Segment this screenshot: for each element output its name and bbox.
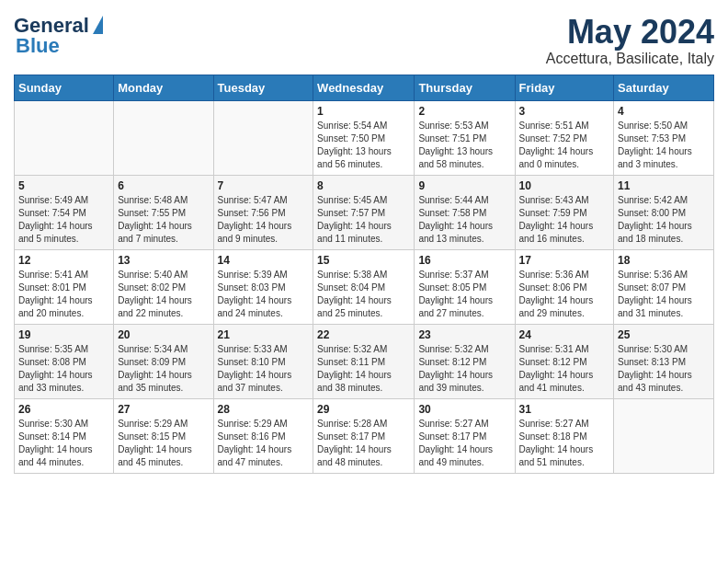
calendar-cell: 19Sunrise: 5:35 AM Sunset: 8:08 PM Dayli… [15,324,114,398]
calendar-cell: 4Sunrise: 5:50 AM Sunset: 7:53 PM Daylig… [614,100,714,175]
day-info: Sunrise: 5:29 AM Sunset: 8:15 PM Dayligh… [118,418,209,469]
calendar-cell: 5Sunrise: 5:49 AM Sunset: 7:54 PM Daylig… [15,175,114,249]
day-info: Sunrise: 5:32 AM Sunset: 8:12 PM Dayligh… [418,343,510,395]
day-number: 13 [118,254,209,267]
day-info: Sunrise: 5:35 AM Sunset: 8:08 PM Dayligh… [18,343,109,395]
week-row-2: 5Sunrise: 5:49 AM Sunset: 7:54 PM Daylig… [15,175,714,249]
day-number: 14 [218,254,310,267]
day-number: 5 [18,179,109,192]
calendar-cell: 18Sunrise: 5:36 AM Sunset: 8:07 PM Dayli… [614,249,714,324]
day-number: 8 [317,179,410,192]
day-number: 16 [418,254,510,267]
day-info: Sunrise: 5:50 AM Sunset: 7:53 PM Dayligh… [618,120,710,171]
calendar-cell [15,100,114,175]
calendar-cell: 13Sunrise: 5:40 AM Sunset: 8:02 PM Dayli… [114,249,213,324]
day-number: 10 [519,179,610,192]
day-number: 20 [118,328,209,341]
day-number: 9 [418,179,510,192]
calendar-cell: 3Sunrise: 5:51 AM Sunset: 7:52 PM Daylig… [515,100,614,175]
day-info: Sunrise: 5:41 AM Sunset: 8:01 PM Dayligh… [18,269,109,320]
calendar-cell: 2Sunrise: 5:53 AM Sunset: 7:51 PM Daylig… [415,100,515,175]
calendar-cell: 28Sunrise: 5:29 AM Sunset: 8:16 PM Dayli… [213,398,313,473]
calendar-cell: 10Sunrise: 5:43 AM Sunset: 7:59 PM Dayli… [515,175,614,249]
calendar-cell [114,100,213,175]
day-number: 4 [618,105,710,118]
calendar-cell [213,100,313,175]
calendar-cell: 23Sunrise: 5:32 AM Sunset: 8:12 PM Dayli… [415,324,515,398]
day-info: Sunrise: 5:36 AM Sunset: 8:06 PM Dayligh… [519,269,610,320]
day-info: Sunrise: 5:54 AM Sunset: 7:50 PM Dayligh… [317,120,410,171]
day-number: 2 [418,105,510,118]
day-number: 27 [118,403,209,416]
day-info: Sunrise: 5:42 AM Sunset: 8:00 PM Dayligh… [618,194,710,246]
calendar-cell: 26Sunrise: 5:30 AM Sunset: 8:14 PM Dayli… [15,398,114,473]
day-number: 19 [18,328,109,341]
weekday-header-tuesday: Tuesday [213,75,313,100]
day-info: Sunrise: 5:49 AM Sunset: 7:54 PM Dayligh… [18,194,109,246]
day-number: 22 [317,328,410,341]
calendar-cell: 24Sunrise: 5:31 AM Sunset: 8:12 PM Dayli… [515,324,614,398]
day-number: 3 [519,105,610,118]
day-info: Sunrise: 5:45 AM Sunset: 7:57 PM Dayligh… [317,194,410,246]
page-header: General Blue May 2024 Accettura, Basilic… [14,14,714,67]
logo-triangle-icon [93,16,103,34]
calendar-cell: 16Sunrise: 5:37 AM Sunset: 8:05 PM Dayli… [415,249,515,324]
day-info: Sunrise: 5:40 AM Sunset: 8:02 PM Dayligh… [118,269,209,320]
day-number: 7 [218,179,310,192]
day-number: 15 [317,254,410,267]
weekday-header-friday: Friday [515,75,614,100]
calendar-cell: 21Sunrise: 5:33 AM Sunset: 8:10 PM Dayli… [213,324,313,398]
day-number: 17 [519,254,610,267]
calendar-cell: 20Sunrise: 5:34 AM Sunset: 8:09 PM Dayli… [114,324,213,398]
day-number: 31 [519,403,610,416]
day-info: Sunrise: 5:30 AM Sunset: 8:13 PM Dayligh… [618,343,710,395]
day-number: 23 [418,328,510,341]
day-info: Sunrise: 5:29 AM Sunset: 8:16 PM Dayligh… [218,418,310,469]
calendar-table: SundayMondayTuesdayWednesdayThursdayFrid… [14,75,714,474]
day-info: Sunrise: 5:27 AM Sunset: 8:17 PM Dayligh… [418,418,510,469]
weekday-header-wednesday: Wednesday [313,75,415,100]
day-info: Sunrise: 5:33 AM Sunset: 8:10 PM Dayligh… [218,343,310,395]
logo: General Blue [14,14,103,58]
calendar-cell: 25Sunrise: 5:30 AM Sunset: 8:13 PM Dayli… [614,324,714,398]
day-info: Sunrise: 5:51 AM Sunset: 7:52 PM Dayligh… [519,120,610,171]
calendar-cell: 31Sunrise: 5:27 AM Sunset: 8:18 PM Dayli… [515,398,614,473]
day-number: 26 [18,403,109,416]
day-number: 18 [618,254,710,267]
day-number: 21 [218,328,310,341]
day-info: Sunrise: 5:37 AM Sunset: 8:05 PM Dayligh… [418,269,510,320]
calendar-cell: 6Sunrise: 5:48 AM Sunset: 7:55 PM Daylig… [114,175,213,249]
day-number: 6 [118,179,209,192]
month-title: May 2024 [546,14,714,51]
calendar-cell [614,398,714,473]
day-info: Sunrise: 5:38 AM Sunset: 8:04 PM Dayligh… [317,269,410,320]
calendar-cell: 1Sunrise: 5:54 AM Sunset: 7:50 PM Daylig… [313,100,415,175]
day-info: Sunrise: 5:27 AM Sunset: 8:18 PM Dayligh… [519,418,610,469]
day-number: 1 [317,105,410,118]
logo-blue-text: Blue [14,34,60,58]
day-info: Sunrise: 5:47 AM Sunset: 7:56 PM Dayligh… [218,194,310,246]
day-info: Sunrise: 5:48 AM Sunset: 7:55 PM Dayligh… [118,194,209,246]
day-info: Sunrise: 5:34 AM Sunset: 8:09 PM Dayligh… [118,343,209,395]
day-number: 24 [519,328,610,341]
day-number: 11 [618,179,710,192]
day-info: Sunrise: 5:30 AM Sunset: 8:14 PM Dayligh… [18,418,109,469]
weekday-header-thursday: Thursday [415,75,515,100]
day-info: Sunrise: 5:53 AM Sunset: 7:51 PM Dayligh… [418,120,510,171]
calendar-cell: 7Sunrise: 5:47 AM Sunset: 7:56 PM Daylig… [213,175,313,249]
day-number: 30 [418,403,510,416]
week-row-3: 12Sunrise: 5:41 AM Sunset: 8:01 PM Dayli… [15,249,714,324]
calendar-cell: 30Sunrise: 5:27 AM Sunset: 8:17 PM Dayli… [415,398,515,473]
day-info: Sunrise: 5:28 AM Sunset: 8:17 PM Dayligh… [317,418,410,469]
day-info: Sunrise: 5:44 AM Sunset: 7:58 PM Dayligh… [418,194,510,246]
week-row-1: 1Sunrise: 5:54 AM Sunset: 7:50 PM Daylig… [15,100,714,175]
day-number: 29 [317,403,410,416]
day-number: 12 [18,254,109,267]
calendar-cell: 17Sunrise: 5:36 AM Sunset: 8:06 PM Dayli… [515,249,614,324]
calendar-cell: 15Sunrise: 5:38 AM Sunset: 8:04 PM Dayli… [313,249,415,324]
day-info: Sunrise: 5:31 AM Sunset: 8:12 PM Dayligh… [519,343,610,395]
calendar-cell: 9Sunrise: 5:44 AM Sunset: 7:58 PM Daylig… [415,175,515,249]
calendar-cell: 11Sunrise: 5:42 AM Sunset: 8:00 PM Dayli… [614,175,714,249]
calendar-cell: 12Sunrise: 5:41 AM Sunset: 8:01 PM Dayli… [15,249,114,324]
day-number: 25 [618,328,710,341]
